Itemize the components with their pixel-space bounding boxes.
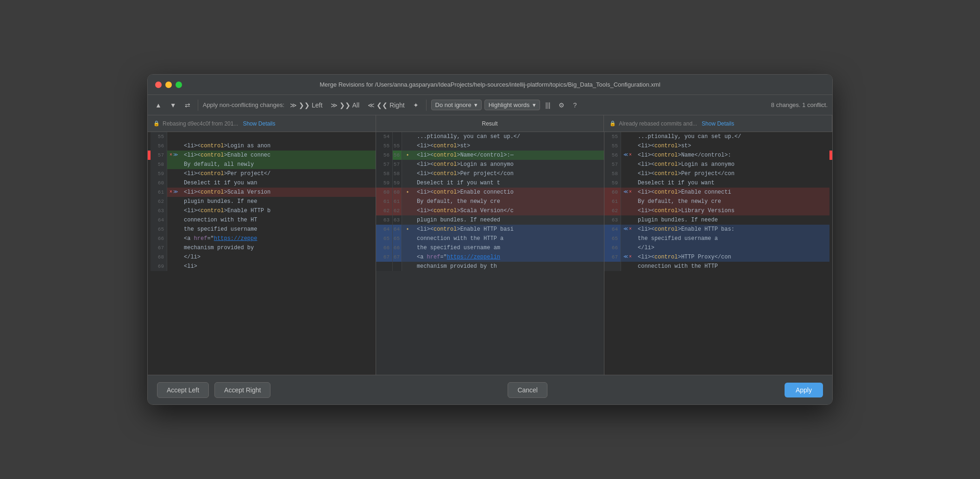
- table-row: 60 Deselect it if you wan: [151, 178, 376, 188]
- star-icon-64: ✦: [406, 225, 409, 234]
- right-header-text: Already rebased commits and...: [619, 120, 697, 127]
- accept-right-60[interactable]: ≪: [623, 188, 628, 197]
- table-row: 59 <li><control>Per project</: [151, 169, 376, 178]
- columns-button[interactable]: |||: [543, 100, 553, 111]
- table-row: 60 60 ✦ <li><control>Enable connectio: [376, 188, 604, 197]
- reject-left-57[interactable]: ×: [170, 151, 172, 160]
- panels-header: 🔒 Rebasing d9ec4c0f from 201... Show Det…: [148, 115, 832, 132]
- star-icon-60: ✦: [406, 188, 409, 197]
- accept-right-56[interactable]: ≪: [623, 151, 628, 160]
- scroll-up-button[interactable]: ▲: [152, 100, 164, 111]
- table-row: 55: [151, 132, 376, 141]
- center-panel-header: Result: [376, 115, 604, 132]
- table-row: 65 the specified username a: [604, 234, 829, 243]
- apply-all-button[interactable]: ≫ ❯❯ All: [328, 100, 362, 111]
- star-icon-56: ✦: [406, 151, 409, 160]
- close-button[interactable]: [155, 82, 162, 88]
- table-row: 57 57 <li><control>Login as anonymo: [376, 160, 604, 169]
- table-row: 61 × ≫ <li><control>Scala Version: [151, 188, 376, 197]
- reject-right-56[interactable]: ×: [629, 151, 632, 160]
- all-arrows-icon: ≫: [331, 101, 338, 109]
- lock-icon-left: 🔒: [153, 120, 160, 126]
- table-row: 63 plugin bundles. If neede: [604, 215, 829, 225]
- gear-button[interactable]: ⚙: [556, 100, 567, 111]
- help-button[interactable]: ?: [570, 100, 579, 111]
- main-content: 🔒 Rebasing d9ec4c0f from 201... Show Det…: [148, 115, 832, 375]
- table-row: 54 ...ptionally, you can set up.</: [376, 132, 604, 141]
- table-row: 65 the specified username: [151, 225, 376, 234]
- accept-right-button[interactable]: Accept Right: [214, 382, 270, 398]
- left-show-details[interactable]: Show Details: [243, 120, 275, 127]
- table-row: 58 58 <li><control>Per project</con: [376, 169, 604, 178]
- accept-right-67[interactable]: ≪: [623, 252, 628, 262]
- table-row: 56 <li><control>Login as anon: [151, 141, 376, 151]
- right-gutter: [829, 132, 832, 375]
- table-row: 66 66 the specified username am: [376, 243, 604, 252]
- accept-right-64[interactable]: ≪: [623, 225, 628, 234]
- center-panel: 54 ...ptionally, you can set up.</ 55 55…: [376, 132, 604, 375]
- apply-left-button[interactable]: ≫ ❯❯ Left: [287, 100, 325, 111]
- table-row: 63 <li><control>Enable HTTP b: [151, 206, 376, 215]
- apply-button[interactable]: Apply: [785, 383, 823, 397]
- magic-button[interactable]: ✦: [410, 100, 421, 111]
- ignore-dropdown[interactable]: Do not ignore ▾: [431, 100, 482, 110]
- table-row: 69 <li>: [151, 262, 376, 271]
- center-code: 54 ...ptionally, you can set up.</ 55 55…: [376, 132, 604, 375]
- minimize-button[interactable]: [165, 82, 172, 88]
- left-arrows-icon: ≫: [290, 101, 297, 109]
- cancel-button[interactable]: Cancel: [508, 382, 547, 398]
- window-title: Merge Revisions for /Users/anna.gasparya…: [320, 81, 660, 88]
- table-row: 66 <a href="https://zeppe: [151, 234, 376, 243]
- sync-button[interactable]: ⇄: [182, 100, 193, 111]
- reject-left-61[interactable]: ×: [170, 188, 172, 197]
- table-row: 66 </li>: [604, 243, 829, 252]
- table-row: mechanism provided by th: [376, 262, 604, 271]
- table-row: 67 mechanism provided by: [151, 243, 376, 252]
- separator-2: [426, 100, 427, 111]
- accept-left-57[interactable]: ≫: [173, 151, 178, 160]
- reject-right-60[interactable]: ×: [629, 188, 632, 197]
- table-row: 62 <li><control>Library Versions: [604, 206, 829, 215]
- table-row: 63 63 plugin bundles. If needed: [376, 215, 604, 225]
- dropdown-arrow-icon: ▾: [474, 101, 477, 108]
- table-row: 62 plugin bundles. If nee: [151, 197, 376, 206]
- right-code: 55 ...ptionally, you can set up.</ 55 <l…: [604, 132, 832, 375]
- table-row: 67 67 <a href="https://zeppelin: [376, 252, 604, 262]
- right-error-marker-1: [829, 151, 832, 160]
- table-row: 68 </li>: [151, 252, 376, 262]
- dropdown-arrow-icon-2: ▾: [533, 101, 536, 108]
- scroll-down-button[interactable]: ▼: [167, 100, 179, 111]
- title-bar: Merge Revisions for /Users/anna.gasparya…: [148, 75, 832, 95]
- highlight-dropdown[interactable]: Highlight words ▾: [484, 100, 540, 110]
- traffic-lights: [155, 82, 182, 88]
- left-header-text: Rebasing d9ec4c0f from 201...: [163, 120, 238, 127]
- table-row: 59 59 Deselect it if you want t: [376, 178, 604, 188]
- accept-left-button[interactable]: Accept Left: [157, 382, 209, 398]
- table-row: 62 62 <li><control>Scala Version</c: [376, 206, 604, 215]
- right-show-details[interactable]: Show Details: [702, 120, 734, 127]
- table-row: 56 ≪ × <li><control>Name</control>:: [604, 151, 829, 160]
- table-row: 64 ≪ × <li><control>Enable HTTP bas:: [604, 225, 829, 234]
- table-row: connection with the HTTP: [604, 262, 829, 271]
- lock-icon-right: 🔒: [609, 120, 616, 126]
- table-row: 65 65 connection with the HTTP a: [376, 234, 604, 243]
- table-row: 55 ...ptionally, you can set up.</: [604, 132, 829, 141]
- table-row: 64 64 ✦ <li><control>Enable HTTP basi: [376, 225, 604, 234]
- panels-body: 55 56 <li><control>Login as anon 57: [148, 132, 832, 375]
- separator-1: [198, 100, 198, 111]
- reject-right-67[interactable]: ×: [629, 252, 632, 262]
- right-panel: 55 ...ptionally, you can set up.</ 55 <l…: [604, 132, 832, 375]
- reject-right-64[interactable]: ×: [629, 225, 632, 234]
- table-row: 57 <li><control>Login as anonymo: [604, 160, 829, 169]
- accept-left-61[interactable]: ≫: [173, 188, 178, 197]
- maximize-button[interactable]: [176, 82, 182, 88]
- apply-right-button[interactable]: ≪ ❮❮ Right: [365, 100, 408, 111]
- table-row: 61 By default, the newly cre: [604, 197, 829, 206]
- toolbar: ▲ ▼ ⇄ Apply non-conflicting changes: ≫ ❯…: [148, 95, 832, 115]
- table-row: 61 61 By default, the newly cre: [376, 197, 604, 206]
- left-panel: 55 56 <li><control>Login as anon 57: [148, 132, 376, 375]
- left-code: 55 56 <li><control>Login as anon 57: [151, 132, 376, 375]
- table-row: 58 <li><control>Per project</con: [604, 169, 829, 178]
- table-row: 58 By default, all newly: [151, 160, 376, 169]
- table-row: 59 Deselect it if you want: [604, 178, 829, 188]
